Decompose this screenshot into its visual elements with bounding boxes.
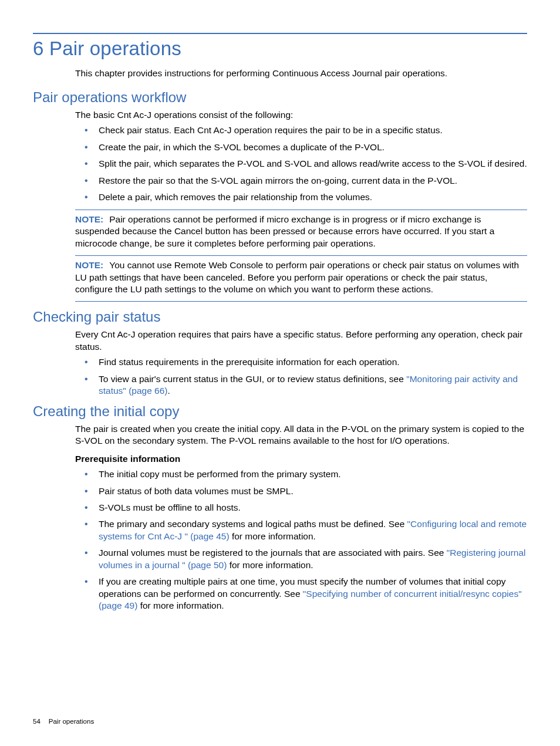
checking-list: Find status requirements in the prerequi… [75,356,527,397]
page-number: 54 [33,718,41,725]
list-item: Restore the pair so that the S-VOL again… [97,175,527,187]
note-label: NOTE: [75,260,103,270]
note-label: NOTE: [75,214,103,224]
list-item: Journal volumes must be registered to th… [97,547,527,571]
checking-lead: Every Cnt Ac-J operation requires that p… [75,329,527,353]
list-item: If you are creating multiple pairs at on… [97,576,527,612]
top-rule [33,33,527,34]
workflow-list: Check pair status. Each Cnt Ac-J operati… [75,124,527,203]
section-heading-checking: Checking pair status [33,309,527,325]
list-item-text: To view a pair's current status in the G… [99,374,406,384]
list-item: Check pair status. Each Cnt Ac-J operati… [97,124,527,136]
note-body: You cannot use Remote Web Console to per… [75,260,519,294]
prereq-subhead: Prerequisite information [75,453,527,465]
list-item-text: . [168,386,170,396]
list-item: The initial copy must be performed from … [97,468,527,480]
list-item-text: Journal volumes must be registered to th… [99,548,447,558]
footer-section-name: Pair operations [49,718,94,725]
note-separator [75,301,527,302]
workflow-lead: The basic Cnt Ac-J operations consist of… [75,109,527,121]
list-item-text: for more information. [230,531,316,541]
note-separator [75,210,527,210]
list-item: The primary and secondary systems and lo… [97,518,527,542]
list-item: Find status requirements in the prerequi… [97,356,527,368]
list-item: To view a pair's current status in the G… [97,373,527,397]
note-body: Pair operations cannot be performed if m… [75,214,494,248]
creating-list: The initial copy must be performed from … [75,468,527,612]
chapter-title: 6 Pair operations [33,38,527,60]
list-item-text: for more information. [137,600,224,610]
list-item-text: The primary and secondary systems and lo… [99,519,407,529]
note-separator [75,255,527,256]
chapter-intro: This chapter provides instructions for p… [75,68,527,79]
page-footer: 54Pair operations [33,718,94,725]
list-item: Create the pair, in which the S-VOL beco… [97,141,527,153]
page: 6 Pair operations This chapter provides … [0,0,560,746]
list-item: Split the pair, which separates the P-VO… [97,158,527,170]
note-text: NOTE:Pair operations cannot be performed… [75,214,527,249]
note-block: NOTE:Pair operations cannot be performed… [75,210,527,302]
list-item: Delete a pair, which removes the pair re… [97,191,527,203]
creating-lead: The pair is created when you create the … [75,423,527,447]
section-heading-creating: Creating the initial copy [33,403,527,420]
list-item-text: for more information. [227,560,313,570]
section-heading-workflow: Pair operations workflow [33,89,527,106]
list-item: Pair status of both data volumes must be… [97,485,527,497]
note-text: NOTE:You cannot use Remote Web Console t… [75,259,527,295]
list-item: S-VOLs must be offline to all hosts. [97,502,527,514]
